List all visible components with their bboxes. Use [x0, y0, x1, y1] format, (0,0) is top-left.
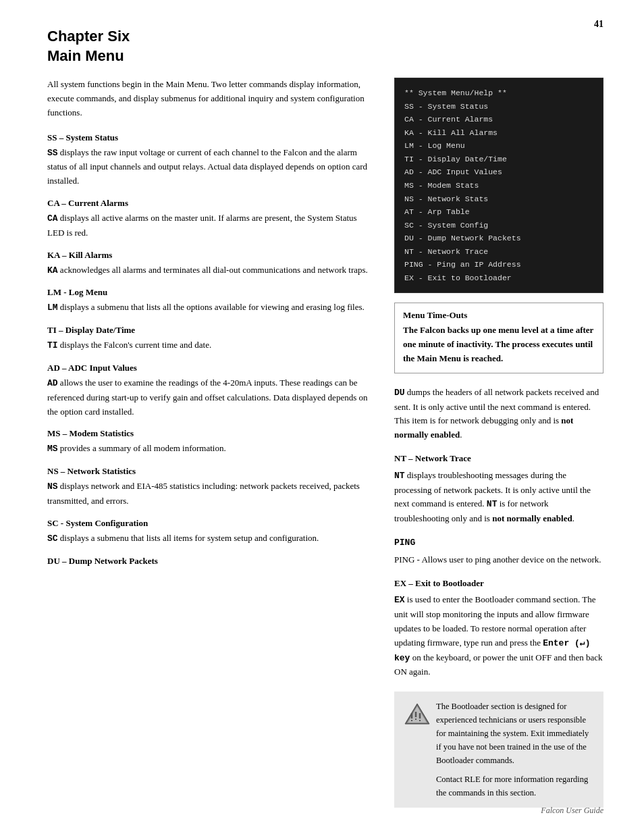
section-heading-6: MS – Modem Statistics — [47, 428, 374, 439]
right-du-body: DU dumps the headers of all network pack… — [394, 386, 603, 442]
ex-heading: EX – Exit to Bootloader — [394, 577, 603, 591]
right-column: ** System Menu/Help **SS - System Status… — [394, 78, 603, 808]
terminal-line: ** System Menu/Help ** — [404, 86, 593, 100]
left-column: All system functions begin in the Main M… — [47, 78, 374, 808]
section-body-2: KA acknowledges all alarms and terminate… — [47, 263, 374, 278]
terminal-line: DU - Dump Network Packets — [404, 232, 593, 245]
section-heading-4: TI – Display Date/Time — [47, 325, 374, 336]
section-heading-8: SC - System Configuration — [47, 518, 374, 529]
section-body-3: LM displays a submenu that lists all the… — [47, 301, 374, 315]
terminal-line: MS - Modem Stats — [404, 179, 593, 192]
terminal-line: NS - Network Stats — [404, 192, 593, 206]
terminal-line: LM - Log Menu — [404, 139, 593, 153]
terminal-line: TI - Display Date/Time — [404, 153, 593, 166]
section-heading-7: NS – Network Statistics — [47, 466, 374, 477]
ping-heading: PING — [394, 536, 603, 550]
section-heading-9: DU – Dump Network Packets — [47, 556, 374, 567]
menu-timeout-body: The Falcon backs up one menu level at a … — [403, 323, 595, 365]
terminal-line: CA - Current Alarms — [404, 113, 593, 126]
section-body-5: AD allows the user to examine the readin… — [47, 376, 374, 419]
nt-body: NT displays troubleshooting messages dur… — [394, 469, 603, 526]
terminal-line: AD - ADC Input Values — [404, 165, 593, 179]
warning-text-2: Contact RLE for more information regardi… — [436, 773, 594, 800]
section-body-0: SS displays the raw input voltage or cur… — [47, 146, 374, 188]
warning-icon — [404, 701, 429, 727]
section-heading-2: KA – Kill Alarms — [47, 250, 374, 261]
terminal-box: ** System Menu/Help **SS - System Status… — [394, 78, 603, 293]
section-heading-5: AD – ADC Input Values — [47, 363, 374, 373]
section-body-6: MS provides a summary of all modem infor… — [47, 442, 374, 457]
chapter-title: Chapter Six Main Menu — [47, 27, 603, 66]
page-number: 41 — [594, 19, 603, 30]
section-body-4: TI displays the Falcon's current time an… — [47, 338, 374, 353]
ping-body: PING - Allows user to ping another devic… — [394, 553, 603, 567]
section-heading-1: CA – Current Alarms — [47, 198, 374, 209]
right-main: DU dumps the headers of all network pack… — [394, 386, 603, 679]
content-wrapper: All system functions begin in the Main M… — [47, 78, 603, 808]
warning-text-1: The Bootloader section is designed for e… — [436, 700, 594, 767]
terminal-line: KA - Kill All Alarms — [404, 126, 593, 140]
du-cmd: DU — [394, 388, 405, 398]
section-body-1: CA displays all active alarms on the mas… — [47, 211, 374, 240]
terminal-line: SS - System Status — [404, 100, 593, 113]
section-body-8: SC displays a submenu that lists all ite… — [47, 531, 374, 546]
terminal-line: AT - Arp Table — [404, 205, 593, 219]
menu-timeout-box: Menu Time-Outs The Falcon backs up one m… — [394, 303, 603, 373]
ex-body: EX is used to enter the Bootloader comma… — [394, 593, 603, 679]
left-sections-container: SS – System StatusSS displays the raw in… — [47, 132, 374, 567]
footer: Falcon User Guide — [541, 806, 603, 816]
terminal-line: PING - Ping an IP Address — [404, 258, 593, 271]
section-body-7: NS displays network and EIA-485 statisti… — [47, 479, 374, 509]
menu-timeout-title: Menu Time-Outs — [403, 310, 595, 321]
terminal-line: EX - Exit to Bootloader — [404, 271, 593, 285]
page: 41 Chapter Six Main Menu All system func… — [0, 0, 644, 834]
intro-text: All system functions begin in the Main M… — [47, 78, 374, 120]
section-heading-3: LM - Log Menu — [47, 287, 374, 298]
terminal-line: NT - Network Trace — [404, 245, 593, 259]
nt-heading: NT – Network Trace — [394, 452, 603, 466]
terminal-line: SC - System Config — [404, 219, 593, 232]
section-heading-0: SS – System Status — [47, 132, 374, 143]
warning-box: The Bootloader section is designed for e… — [394, 692, 603, 808]
warning-text: The Bootloader section is designed for e… — [436, 700, 594, 800]
